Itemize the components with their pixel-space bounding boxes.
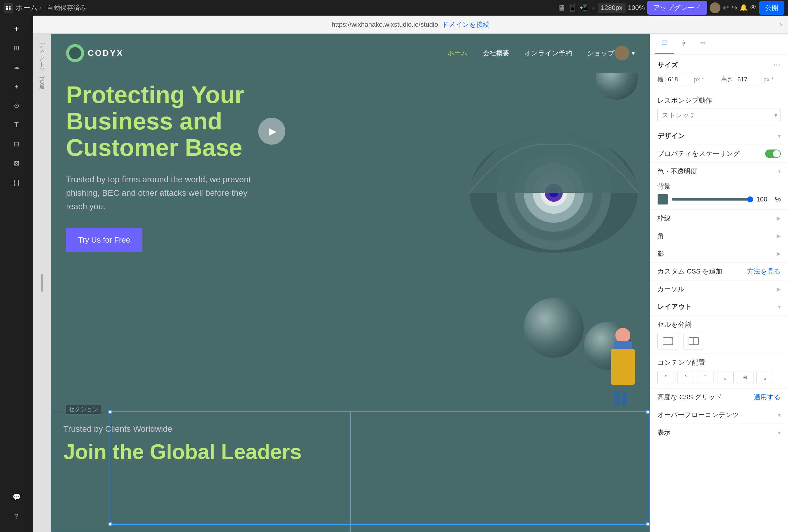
align-top-center[interactable]: ⌃ xyxy=(677,371,694,384)
tablet-icon[interactable]: 📱 xyxy=(568,4,577,12)
text-icon[interactable]: T xyxy=(8,117,25,133)
nav-arrow[interactable]: ▾ xyxy=(632,49,635,57)
nav-link-shop[interactable]: ショップ xyxy=(587,48,615,58)
layers-icon[interactable]: ⊟ xyxy=(8,136,25,153)
char-head xyxy=(615,328,630,343)
shadow-row[interactable]: 影 ▶ xyxy=(650,245,788,263)
bg-opacity-slider[interactable] xyxy=(672,198,752,200)
align-middle-right[interactable]: ⌟ xyxy=(756,371,773,384)
layout-arrow: ▾ xyxy=(778,303,781,310)
char-legs-right xyxy=(621,391,627,406)
scaling-toggle[interactable] xyxy=(765,150,781,158)
overflow-row[interactable]: オーバーフローコンテンツ ▾ xyxy=(650,406,788,424)
display-row[interactable]: 表示 ▾ xyxy=(650,424,788,441)
tab-more[interactable] xyxy=(693,35,713,54)
nav-avatar[interactable] xyxy=(615,46,629,60)
notification-icon[interactable]: 🔔 xyxy=(740,4,748,12)
more-icon[interactable]: ··· xyxy=(590,4,595,12)
height-field: 高さ px * xyxy=(721,74,781,85)
redo-button[interactable]: ↪ xyxy=(731,4,737,12)
try-free-button[interactable]: Try Us for Free xyxy=(66,228,142,252)
color-opacity-row[interactable]: 色・不透明度 ▾ xyxy=(650,163,788,180)
play-button[interactable] xyxy=(258,118,285,145)
custom-css-row: カスタム CSS を追加 方法を見る xyxy=(650,263,788,280)
align-middle-center[interactable]: ⊕ xyxy=(737,371,753,384)
domain-link[interactable]: ドメインを接続 xyxy=(442,20,490,29)
align-top-left[interactable]: ⌜ xyxy=(657,371,674,384)
panel-tabs xyxy=(650,35,788,55)
color-opacity-label: 色・不透明度 xyxy=(657,167,697,176)
border-row[interactable]: 枠線 ▶ xyxy=(650,210,788,227)
right-panel: ページ › セク... › セル サイズ ··· 幅 px * xyxy=(650,16,788,532)
svg-point-15 xyxy=(703,42,704,43)
split-horizontal-button[interactable] xyxy=(657,333,678,350)
scroll-handle[interactable] xyxy=(41,274,43,292)
components-icon[interactable]: ♦ xyxy=(8,78,25,95)
custom-css-link[interactable]: 方法を見る xyxy=(747,267,781,276)
url-text: https://wixhanako.wixstudio.io/studio xyxy=(332,21,438,28)
publish-button[interactable]: 公開 xyxy=(759,1,784,15)
char-body xyxy=(611,349,635,385)
chat-icon[interactable]: 💬 xyxy=(8,489,25,506)
placement-title: コンテンツ配置 xyxy=(657,358,781,367)
scaling-label: プロパティをスケーリング xyxy=(657,149,740,158)
home-nav[interactable]: ホーム › xyxy=(16,3,41,13)
border-arrow: ▶ xyxy=(776,215,781,221)
align-middle-left[interactable]: ⌞ xyxy=(717,371,734,384)
design-section-header[interactable]: デザイン ▾ xyxy=(650,127,788,145)
preview-icon[interactable]: 👁 xyxy=(750,4,757,12)
canvas-size[interactable]: 1280px xyxy=(598,3,626,13)
overflow-arrow: ▾ xyxy=(778,411,781,418)
zoom-level[interactable]: 100% xyxy=(628,4,645,12)
sphere-bottom-large xyxy=(524,298,584,358)
add-element-button[interactable]: + xyxy=(8,20,25,37)
nav-link-booking[interactable]: オンライン予約 xyxy=(524,48,572,58)
size-menu[interactable]: ··· xyxy=(773,61,781,69)
cursor-row[interactable]: カーソル ▶ xyxy=(650,280,788,298)
section-subtitle: Trusted by Clients Worldwide xyxy=(63,424,338,434)
css-grid-apply-link[interactable]: 適用する xyxy=(754,393,781,402)
width-field: 幅 px * xyxy=(657,74,717,85)
pages-icon[interactable]: ⊞ xyxy=(8,40,25,56)
corner-label: 角 xyxy=(657,232,664,240)
home-chevron: › xyxy=(40,5,41,11)
url-bar: https://wixhanako.wixstudio.io/studio ドメ… xyxy=(33,16,788,34)
tab-interactions[interactable] xyxy=(674,35,693,54)
color-opacity-arrow: ▾ xyxy=(778,168,781,175)
svg-point-16 xyxy=(704,42,705,43)
split-cell-section: セルを分割 xyxy=(650,316,788,354)
help-icon[interactable]: ? xyxy=(8,508,25,525)
hero-title: Protecting Your Business and Customer Ba… xyxy=(66,82,294,161)
expand-panel-button[interactable]: › xyxy=(780,21,782,28)
nav-link-about[interactable]: 会社概要 xyxy=(483,48,509,58)
responsive-dropdown[interactable]: ストレッチ xyxy=(657,108,781,122)
corner-row[interactable]: 角 ▶ xyxy=(650,227,788,245)
user-avatar[interactable] xyxy=(710,2,721,13)
logo-circle xyxy=(66,44,84,62)
align-top-right[interactable]: ⌝ xyxy=(697,371,714,384)
custom-css-label: カスタム CSS を追加 xyxy=(657,267,722,276)
app-logo[interactable] xyxy=(4,3,13,13)
cursor-label: カーソル xyxy=(657,284,685,294)
height-input[interactable] xyxy=(735,74,762,85)
upgrade-button[interactable]: アップグレード xyxy=(647,1,707,15)
layout-row[interactable]: レイアウト ▾ xyxy=(650,298,788,316)
code-icon[interactable]: { } xyxy=(8,174,25,191)
nav-link-home[interactable]: ホーム xyxy=(448,48,468,58)
width-input[interactable] xyxy=(665,74,692,85)
media-icon[interactable]: ☁ xyxy=(8,59,25,76)
responsive-section: レスポンシブ動作 ストレッチ ▾ xyxy=(650,91,788,127)
mobile-icon[interactable]: 📲 xyxy=(579,4,587,12)
split-vertical-button[interactable] xyxy=(683,333,704,350)
undo-button[interactable]: ↩ xyxy=(723,4,729,12)
bg-color-swatch[interactable] xyxy=(657,194,668,205)
size-inputs-row: 幅 px * 高さ px * xyxy=(657,74,781,85)
bg-slider-thumb[interactable] xyxy=(747,196,753,202)
grid-icon[interactable]: ⊠ xyxy=(8,155,25,172)
size-label: サイズ xyxy=(657,61,678,70)
desktop-icon[interactable]: 🖥 xyxy=(558,3,566,13)
interactions-icon[interactable]: ⊙ xyxy=(8,97,25,114)
split-title: セルを分割 xyxy=(657,320,781,329)
section-cell-left: Trusted by Clients Worldwide Join the Gl… xyxy=(51,412,351,532)
tab-properties[interactable] xyxy=(655,35,674,54)
